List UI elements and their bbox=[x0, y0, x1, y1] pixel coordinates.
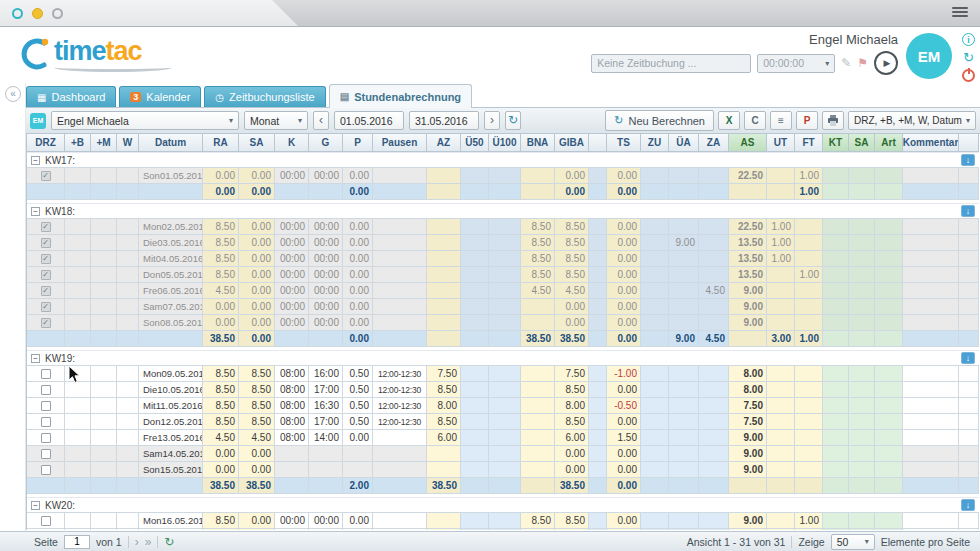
col-header-pausen[interactable]: Pausen bbox=[373, 134, 427, 152]
booking-select[interactable]: Keine Zeitbuchung ... bbox=[591, 54, 751, 73]
table-row[interactable]: Fre13.05.20164.504.5008:0014:000.006.006… bbox=[27, 430, 979, 446]
period-select[interactable]: Monat▾ bbox=[244, 111, 308, 130]
info-icon[interactable]: i bbox=[962, 33, 975, 46]
row-checkbox[interactable]: ✓ bbox=[41, 302, 51, 312]
table-row[interactable]: Mit11.05.20168.508.5008:0016:300.5012:00… bbox=[27, 398, 979, 414]
group-collapse-icon[interactable]: − bbox=[31, 156, 40, 165]
table-row[interactable]: ✓Fre06.05.20164.500.0000:0000:000.004.50… bbox=[27, 283, 979, 299]
tab-stundenabrechnung[interactable]: ▤Stundenabrechnung bbox=[329, 84, 472, 108]
col-header-az[interactable]: AZ bbox=[427, 134, 461, 152]
col-header-m[interactable]: +M bbox=[91, 134, 117, 152]
group-collapse-icon[interactable]: − bbox=[31, 354, 40, 363]
table-row[interactable]: Mon09.05.20168.508.5008:0016:000.5012:00… bbox=[27, 366, 979, 382]
col-header-u50[interactable]: Ü50 bbox=[461, 134, 489, 152]
table-row[interactable]: Die17.05.20168.508.50 bbox=[27, 529, 979, 530]
page-input[interactable] bbox=[64, 535, 90, 549]
col-header-p[interactable]: P bbox=[343, 134, 373, 152]
col-header-ua[interactable]: ÜA bbox=[669, 134, 699, 152]
row-checkbox[interactable]: ✓ bbox=[41, 270, 51, 280]
table-row[interactable]: Sam14.05.20160.000.000.000.009.00 bbox=[27, 446, 979, 462]
col-header-ts[interactable]: TS bbox=[607, 134, 641, 152]
reload-period-icon[interactable]: ↻ bbox=[505, 111, 521, 130]
table-row[interactable]: ✓Don05.05.20168.500.0000:0000:000.008.50… bbox=[27, 267, 979, 283]
tab-zeitbuchungsliste[interactable]: ◷Zeitbuchungsliste bbox=[204, 86, 325, 107]
row-checkbox[interactable] bbox=[41, 433, 51, 443]
col-header-b[interactable]: +B bbox=[65, 134, 91, 152]
timer-field[interactable]: 00:00:00▾ bbox=[757, 54, 835, 73]
col-header-k[interactable]: K bbox=[275, 134, 309, 152]
menu-icon[interactable] bbox=[952, 7, 968, 17]
col-header-drz[interactable]: DRZ bbox=[27, 134, 65, 152]
row-checkbox[interactable] bbox=[41, 417, 51, 427]
date-from-field[interactable]: 01.05.2016 bbox=[334, 111, 404, 130]
refresh-table-icon[interactable]: ↻ bbox=[164, 535, 174, 549]
export-group-icon[interactable]: ↓ bbox=[961, 154, 975, 166]
row-checkbox[interactable]: ✓ bbox=[41, 318, 51, 328]
refresh-icon[interactable]: ↻ bbox=[963, 51, 974, 64]
list-export-icon[interactable]: ≡ bbox=[770, 111, 792, 130]
table-row[interactable]: Mon16.05.20168.500.0000:0000:000.008.508… bbox=[27, 513, 979, 529]
col-header-u100[interactable]: Ü100 bbox=[489, 134, 521, 152]
col-header-as[interactable]: AS bbox=[729, 134, 767, 152]
col-header-w[interactable]: W bbox=[117, 134, 139, 152]
col-header-g[interactable]: G bbox=[309, 134, 343, 152]
csv-export-icon[interactable]: C bbox=[744, 111, 766, 130]
col-header-bna[interactable]: BNA bbox=[521, 134, 555, 152]
table-row[interactable]: ✓Die03.05.20168.500.0000:0000:000.008.50… bbox=[27, 235, 979, 251]
table-row[interactable]: ✓Sam07.05.20160.000.0000:0000:000.000.00… bbox=[27, 299, 979, 315]
group-collapse-icon[interactable]: − bbox=[31, 501, 40, 510]
col-header-datum[interactable]: Datum bbox=[139, 134, 203, 152]
recalculate-button[interactable]: ↻Neu Berechnen bbox=[605, 110, 714, 131]
table-row[interactable]: ✓Mit04.05.20168.500.0000:0000:000.008.50… bbox=[27, 251, 979, 267]
last-page-icon[interactable]: » bbox=[145, 535, 152, 549]
row-checkbox[interactable] bbox=[41, 449, 51, 459]
pdf-export-icon[interactable]: P bbox=[796, 111, 818, 130]
col-header-sa2[interactable]: SA bbox=[849, 134, 875, 152]
prev-period-icon[interactable]: ‹ bbox=[313, 111, 329, 130]
tab-dashboard[interactable]: ▦Dashboard bbox=[26, 86, 116, 107]
user-select[interactable]: Engel Michaela▾ bbox=[51, 111, 239, 130]
window-button-minimize[interactable] bbox=[32, 8, 43, 19]
row-checkbox[interactable]: ✓ bbox=[41, 238, 51, 248]
row-checkbox[interactable] bbox=[41, 369, 51, 379]
collapse-panel-icon[interactable]: « bbox=[5, 86, 21, 102]
date-to-field[interactable]: 31.05.2016 bbox=[409, 111, 479, 130]
col-header-blank[interactable] bbox=[959, 134, 979, 152]
row-checkbox[interactable]: ✓ bbox=[41, 286, 51, 296]
col-header-ut[interactable]: UT bbox=[767, 134, 795, 152]
excel-export-icon[interactable]: X bbox=[718, 111, 740, 130]
col-header-giba[interactable]: GIBA bbox=[555, 134, 589, 152]
table-row[interactable]: Don12.05.20168.508.5008:0017:000.5012:00… bbox=[27, 414, 979, 430]
col-header-ft[interactable]: FT bbox=[795, 134, 823, 152]
col-header-zu[interactable]: ZU bbox=[641, 134, 669, 152]
table-row[interactable]: Die10.05.20168.508.5008:0017:000.5012:00… bbox=[27, 382, 979, 398]
row-checkbox[interactable] bbox=[41, 516, 51, 526]
columns-select[interactable]: DRZ, +B, +M, W, Datum, RA,▾ bbox=[848, 111, 976, 130]
row-checkbox[interactable]: ✓ bbox=[41, 254, 51, 264]
page-size-select[interactable]: 50▾ bbox=[831, 534, 875, 550]
col-header-art[interactable]: Art bbox=[875, 134, 903, 152]
col-header-kommentar[interactable]: Kommentar bbox=[903, 134, 959, 152]
window-button-close[interactable] bbox=[12, 8, 23, 19]
col-header-za[interactable]: ZA bbox=[699, 134, 729, 152]
window-button-maximize[interactable] bbox=[52, 8, 63, 19]
export-group-icon[interactable]: ↓ bbox=[961, 205, 975, 217]
table-row[interactable]: ✓Son08.05.20160.000.0000:0000:000.000.00… bbox=[27, 315, 979, 331]
group-collapse-icon[interactable]: − bbox=[31, 207, 40, 216]
next-period-icon[interactable]: › bbox=[484, 111, 500, 130]
col-header-blank[interactable] bbox=[589, 134, 607, 152]
col-header-ra[interactable]: RA bbox=[203, 134, 239, 152]
power-icon[interactable] bbox=[962, 69, 975, 82]
next-page-icon[interactable]: › bbox=[135, 535, 139, 549]
col-header-kt[interactable]: KT bbox=[823, 134, 849, 152]
table-row[interactable]: Son15.05.20160.000.000.000.009.00 bbox=[27, 462, 979, 478]
table-row[interactable]: ✓Mon02.05.20168.500.0000:0000:000.008.50… bbox=[27, 219, 979, 235]
export-group-icon[interactable]: ↓ bbox=[961, 499, 975, 511]
row-checkbox[interactable]: ✓ bbox=[41, 171, 51, 181]
app-logo[interactable]: timetac bbox=[14, 35, 172, 73]
table-row[interactable]: ✓Son01.05.20160.000.0000:0000:000.000.00… bbox=[27, 168, 979, 184]
tab-kalender[interactable]: 3Kalender bbox=[119, 86, 201, 107]
row-checkbox[interactable] bbox=[41, 385, 51, 395]
row-checkbox[interactable] bbox=[41, 401, 51, 411]
print-icon[interactable] bbox=[822, 111, 844, 130]
